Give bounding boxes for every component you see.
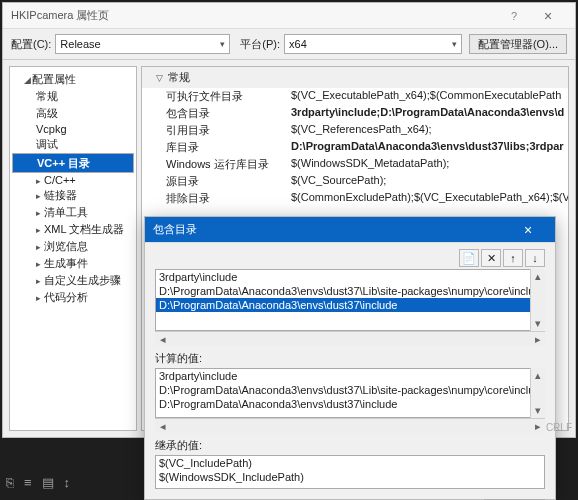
tree-root[interactable]: ◢配置属性: [12, 71, 134, 88]
ide-statusbar-icons: ⎘ ≡ ▤ ↕: [6, 475, 70, 490]
tree-item-code-analysis[interactable]: ▸代码分析: [12, 289, 134, 306]
property-name: 可执行文件目录: [166, 89, 291, 104]
list-item[interactable]: D:\ProgramData\Anaconda3\envs\dust37\Lib…: [156, 284, 544, 298]
scrollbar-vertical[interactable]: ▴▾: [530, 269, 545, 331]
platform-value: x64: [289, 38, 307, 50]
help-button[interactable]: ?: [499, 10, 529, 22]
property-row[interactable]: 排除目录$(CommonExcludePath);$(VC_Executable…: [142, 190, 568, 207]
property-value[interactable]: $(CommonExcludePath);$(VC_ExecutablePath…: [291, 191, 568, 206]
move-up-button[interactable]: ↑: [503, 249, 523, 267]
list-item: D:\ProgramData\Anaconda3\envs\dust37\Lib…: [156, 383, 544, 397]
property-value[interactable]: $(VC_SourcePath);: [291, 174, 568, 189]
list-item: $(WindowsSDK_IncludePath): [156, 470, 544, 484]
scrollbar-vertical[interactable]: ▴▾: [530, 368, 545, 418]
tree-item-cpp[interactable]: ▸C/C++: [12, 173, 134, 187]
tree-item-events[interactable]: ▸生成事件: [12, 255, 134, 272]
tree-item-manifest[interactable]: ▸清单工具: [12, 204, 134, 221]
property-value[interactable]: $(VC_ExecutablePath_x64);$(CommonExecuta…: [291, 89, 568, 104]
tree-item-debug[interactable]: 调试: [12, 136, 134, 153]
group-header[interactable]: ▽ 常规: [142, 67, 568, 88]
list-item[interactable]: 3rdparty\include: [156, 270, 544, 284]
property-value[interactable]: 3rdparty\include;D:\ProgramData\Anaconda…: [291, 106, 568, 121]
arrow-down-icon: ↓: [532, 252, 538, 264]
inherited-listbox: $(VC_IncludePath)$(WindowsSDK_IncludePat…: [155, 455, 545, 489]
property-row[interactable]: 可执行文件目录$(VC_ExecutablePath_x64);$(Common…: [142, 88, 568, 105]
property-name: 库目录: [166, 140, 291, 155]
config-value: Release: [60, 38, 100, 50]
config-tree[interactable]: ◢配置属性 常规 高级 Vcpkg 调试 VC++ 目录 ▸C/C++ ▸链接器…: [9, 66, 137, 431]
list-toolbar: 📄 ✕ ↑ ↓: [155, 249, 545, 267]
config-manager-button[interactable]: 配置管理器(O)...: [469, 34, 567, 54]
modal-titlebar: 包含目录 ×: [145, 217, 555, 243]
property-name: 包含目录: [166, 106, 291, 121]
property-name: 排除目录: [166, 191, 291, 206]
list-item[interactable]: D:\ProgramData\Anaconda3\envs\dust37\inc…: [156, 298, 544, 312]
platform-label: 平台(P):: [240, 37, 280, 52]
scrollbar-horizontal[interactable]: ◂▸: [155, 331, 545, 346]
tool-icon[interactable]: ⎘: [6, 475, 14, 490]
property-row[interactable]: 源目录$(VC_SourcePath);: [142, 173, 568, 190]
tool-icon[interactable]: ≡: [24, 475, 32, 490]
delete-line-button[interactable]: ✕: [481, 249, 501, 267]
include-dirs-dialog: 包含目录 × 📄 ✕ ↑ ↓ 3rdparty\includeD:\Progra…: [144, 216, 556, 500]
tree-item-xml[interactable]: ▸XML 文档生成器: [12, 221, 134, 238]
property-row[interactable]: 库目录D:\ProgramData\Anaconda3\envs\dust37\…: [142, 139, 568, 156]
list-item: 3rdparty\include: [156, 369, 544, 383]
close-button[interactable]: ×: [529, 8, 567, 24]
config-label: 配置(C):: [11, 37, 51, 52]
config-select[interactable]: Release▾: [55, 34, 230, 54]
new-folder-icon: 📄: [462, 252, 476, 265]
status-crlf: CRLF: [546, 422, 572, 433]
paths-listbox[interactable]: 3rdparty\includeD:\ProgramData\Anaconda3…: [155, 269, 545, 331]
chevron-down-icon: ▾: [452, 39, 457, 49]
property-row[interactable]: 包含目录3rdparty\include;D:\ProgramData\Anac…: [142, 105, 568, 122]
tree-item-custom[interactable]: ▸自定义生成步骤: [12, 272, 134, 289]
platform-select[interactable]: x64▾: [284, 34, 462, 54]
property-name: 源目录: [166, 174, 291, 189]
calculated-listbox: 3rdparty\includeD:\ProgramData\Anaconda3…: [155, 368, 545, 418]
property-value[interactable]: $(WindowsSDK_MetadataPath);: [291, 157, 568, 172]
inherit-label: 继承的值:: [155, 438, 545, 453]
tool-icon[interactable]: ↕: [64, 475, 71, 490]
tree-item-general[interactable]: 常规: [12, 88, 134, 105]
list-item: $(VC_IncludePath): [156, 456, 544, 470]
arrow-up-icon: ↑: [510, 252, 516, 264]
property-value[interactable]: $(VC_ReferencesPath_x64);: [291, 123, 568, 138]
property-row[interactable]: 引用目录$(VC_ReferencesPath_x64);: [142, 122, 568, 139]
window-title: HKIPcamera 属性页: [11, 8, 499, 23]
property-name: 引用目录: [166, 123, 291, 138]
delete-icon: ✕: [487, 252, 496, 265]
titlebar: HKIPcamera 属性页 ? ×: [3, 3, 575, 29]
property-row[interactable]: Windows 运行库目录$(WindowsSDK_MetadataPath);: [142, 156, 568, 173]
tool-icon[interactable]: ▤: [42, 475, 54, 490]
move-down-button[interactable]: ↓: [525, 249, 545, 267]
tree-item-linker[interactable]: ▸链接器: [12, 187, 134, 204]
toolbar: 配置(C): Release▾ 平台(P): x64▾ 配置管理器(O)...: [3, 29, 575, 59]
chevron-down-icon: ▾: [220, 39, 225, 49]
tree-item-advanced[interactable]: 高级: [12, 105, 134, 122]
tree-item-browse[interactable]: ▸浏览信息: [12, 238, 134, 255]
tree-item-vcpkg[interactable]: Vcpkg: [12, 122, 134, 136]
new-line-button[interactable]: 📄: [459, 249, 479, 267]
property-name: Windows 运行库目录: [166, 157, 291, 172]
scrollbar-horizontal[interactable]: ◂▸: [155, 418, 545, 433]
modal-title: 包含目录: [153, 222, 509, 237]
property-value[interactable]: D:\ProgramData\Anaconda3\envs\dust37\lib…: [291, 140, 568, 155]
modal-close-button[interactable]: ×: [509, 222, 547, 238]
tree-item-vc-dirs[interactable]: VC++ 目录: [12, 153, 134, 173]
calc-label: 计算的值:: [155, 351, 545, 366]
list-item: D:\ProgramData\Anaconda3\envs\dust37\inc…: [156, 397, 544, 411]
